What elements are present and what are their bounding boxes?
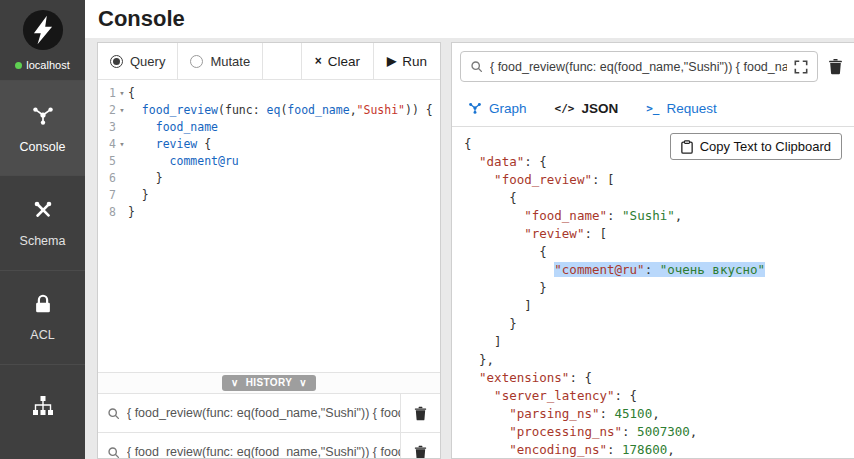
current-query-box[interactable]: { food_review(func: eq(food_name,"Sushi"… xyxy=(460,51,818,82)
json-line: } xyxy=(464,279,854,297)
tab-request[interactable]: >_ Request xyxy=(632,90,731,126)
copy-to-clipboard-button[interactable]: Copy Text to Clipboard xyxy=(670,133,842,160)
fold-arrow-icon[interactable]: ▾ xyxy=(116,85,128,102)
clear-button[interactable]: × Clear xyxy=(301,43,373,79)
fold-gutter xyxy=(116,153,128,170)
editor-line: 1▾{ xyxy=(98,85,440,102)
sidebar-item-schema[interactable]: Schema xyxy=(0,175,85,270)
json-line: ] xyxy=(464,297,854,315)
schema-tools-icon xyxy=(31,198,55,225)
fold-gutter xyxy=(116,187,128,204)
fold-arrow-icon[interactable]: ▾ xyxy=(116,136,128,153)
json-line: "review": [ xyxy=(464,225,854,243)
sidebar-item-label: Schema xyxy=(20,234,66,248)
result-querybar: { food_review(func: eq(food_name,"Sushi"… xyxy=(452,43,854,90)
json-output: { "data": { "food_review": [ { "food_nam… xyxy=(464,135,854,458)
line-number: 8 xyxy=(98,204,116,221)
mutate-mode-radio[interactable]: Mutate xyxy=(178,43,263,79)
json-line: ] xyxy=(464,333,854,351)
clear-label: Clear xyxy=(328,54,360,69)
sidebar-item-cluster[interactable] xyxy=(0,364,85,459)
radio-icon xyxy=(190,55,203,68)
connection-status-dot xyxy=(15,62,22,69)
history-item[interactable]: { food_review(func: eq(food_name,"Sushi"… xyxy=(98,393,440,432)
line-number: 4 xyxy=(98,136,116,153)
line-number: 1 xyxy=(98,85,116,102)
fullscreen-icon[interactable] xyxy=(794,60,808,74)
search-icon xyxy=(107,407,120,420)
history-item[interactable]: { food_review(func: eq(food_name,"Sushi"… xyxy=(98,432,440,459)
fold-gutter xyxy=(116,170,128,187)
page-title: Console xyxy=(98,6,185,32)
run-label: Run xyxy=(402,54,427,69)
query-mode-radio[interactable]: Query xyxy=(98,43,178,79)
delete-history-button[interactable] xyxy=(400,433,440,459)
radio-icon xyxy=(110,55,123,68)
sidebar: localhost Console Schema ACL xyxy=(0,0,85,459)
results-tabs: Graph </> JSON >_ Request xyxy=(452,90,854,127)
tab-json[interactable]: </> JSON xyxy=(541,90,633,126)
json-line: "server_latency": { xyxy=(464,387,854,405)
json-line: { xyxy=(464,243,854,261)
clipboard-icon xyxy=(681,140,693,154)
json-line: "processing_ns": 5007300, xyxy=(464,423,854,441)
content: Query Mutate × Clear ▶ Run xyxy=(85,38,854,459)
tab-label: JSON xyxy=(581,101,618,116)
delete-history-button[interactable] xyxy=(400,394,440,432)
history-toggle[interactable]: ∨ HISTORY ∨ xyxy=(222,375,316,391)
search-icon xyxy=(107,446,120,459)
cluster-icon xyxy=(31,394,55,421)
sidebar-item-acl[interactable]: ACL xyxy=(0,270,85,365)
run-button[interactable]: ▶ Run xyxy=(373,43,440,79)
tab-label: Graph xyxy=(489,101,527,116)
json-line: }, xyxy=(464,351,854,369)
sidebar-server[interactable]: localhost xyxy=(0,0,85,80)
json-line: "extensions": { xyxy=(464,369,854,387)
line-number: 2 xyxy=(98,102,116,119)
toolbar-spacer xyxy=(263,43,301,79)
fold-gutter xyxy=(116,204,128,221)
terminal-icon: >_ xyxy=(646,102,659,115)
json-line: "parsing_ns": 45100, xyxy=(464,405,854,423)
line-number: 6 xyxy=(98,170,116,187)
sidebar-item-label: Console xyxy=(20,140,66,154)
code-icon: </> xyxy=(555,102,575,115)
results-panel: { food_review(func: eq(food_name,"Sushi"… xyxy=(451,42,854,459)
delete-query-button[interactable] xyxy=(827,58,844,75)
fold-arrow-icon[interactable]: ▾ xyxy=(116,102,128,119)
json-line: "food_review": [ xyxy=(464,171,854,189)
json-line: "comment@ru": "очень вкусно" xyxy=(464,261,854,279)
fold-gutter xyxy=(116,119,128,136)
clear-x-icon: × xyxy=(315,54,322,68)
line-number: 7 xyxy=(98,187,116,204)
current-query-text: { food_review(func: eq(food_name,"Sushi"… xyxy=(490,60,787,74)
editor-line: 4▾ review { xyxy=(98,136,440,153)
json-line: "food_name": "Sushi", xyxy=(464,207,854,225)
query-mode-label: Query xyxy=(130,54,165,69)
query-panel: Query Mutate × Clear ▶ Run xyxy=(97,42,441,459)
server-name: localhost xyxy=(26,59,69,71)
console-graph-icon xyxy=(30,102,56,131)
editor-line: 2▾ food_review(func: eq(food_name,"Sushi… xyxy=(98,102,440,119)
line-number: 3 xyxy=(98,119,116,136)
query-toolbar: Query Mutate × Clear ▶ Run xyxy=(98,43,440,80)
editor-line: 6 } xyxy=(98,170,440,187)
history-bar: ∨ HISTORY ∨ xyxy=(98,372,440,393)
json-line: "encoding_ns": 178600, xyxy=(464,441,854,458)
chevron-down-icon: ∨ xyxy=(299,378,307,388)
tab-graph[interactable]: Graph xyxy=(454,90,541,126)
graph-icon xyxy=(468,101,482,115)
page-header: Console xyxy=(85,0,854,38)
sidebar-item-label: ACL xyxy=(30,328,54,342)
copy-button-label: Copy Text to Clipboard xyxy=(700,139,831,154)
dgraph-logo xyxy=(22,9,64,54)
query-editor[interactable]: 1▾{2▾ food_review(func: eq(food_name,"Su… xyxy=(98,80,440,372)
json-line: { xyxy=(464,189,854,207)
tab-label: Request xyxy=(666,101,716,116)
line-number: 5 xyxy=(98,153,116,170)
sidebar-item-console[interactable]: Console xyxy=(0,80,85,175)
acl-lock-icon xyxy=(32,292,54,319)
main-area: Console Query Mutate × Cl xyxy=(85,0,854,459)
search-icon xyxy=(470,60,483,73)
chevron-down-icon: ∨ xyxy=(231,378,239,388)
